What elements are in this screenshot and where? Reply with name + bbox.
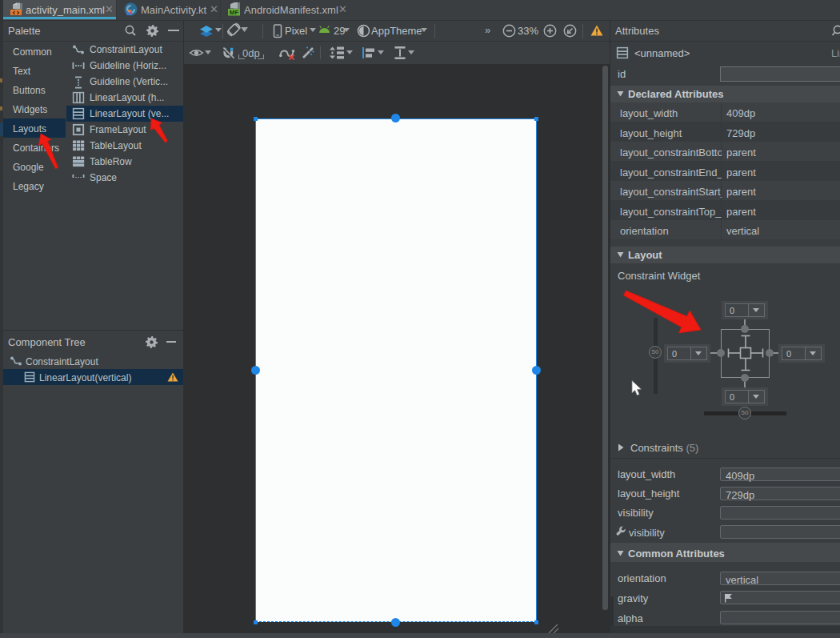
svg-text:MF: MF xyxy=(230,9,239,16)
